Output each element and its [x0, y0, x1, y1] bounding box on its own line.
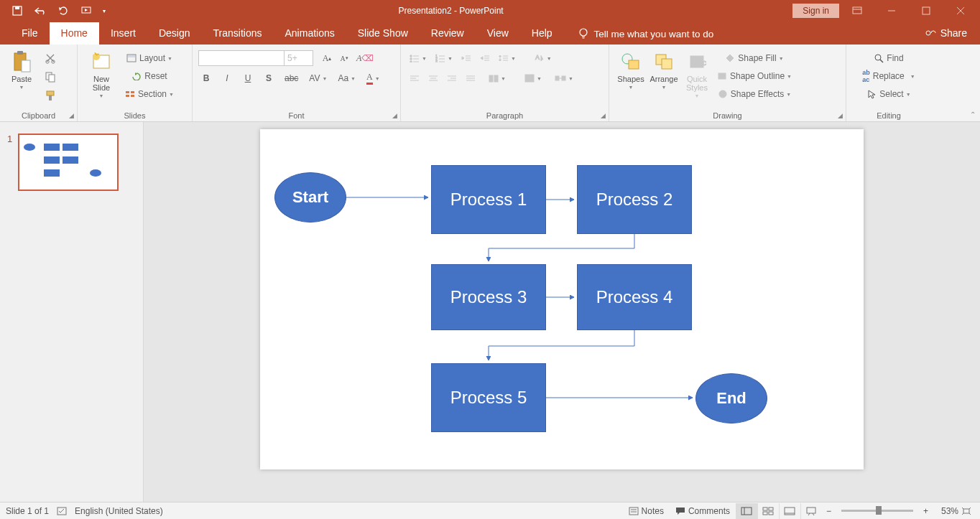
underline-button[interactable]: U: [240, 70, 256, 86]
shadow-button[interactable]: S: [261, 70, 277, 86]
reset-button[interactable]: Reset: [122, 68, 177, 84]
font-dialog-launcher[interactable]: ◢: [392, 112, 397, 119]
maximize-button[interactable]: [910, 0, 943, 22]
svg-point-79: [875, 55, 881, 60]
change-case-button[interactable]: Aa▼: [335, 70, 359, 86]
svg-point-9: [580, 29, 587, 36]
fit-to-window-button[interactable]: [958, 502, 974, 520]
slide-sorter-view-button[interactable]: [757, 503, 779, 519]
close-button[interactable]: [944, 0, 977, 22]
layout-button[interactable]: Layout▼: [122, 50, 177, 66]
char-spacing-button[interactable]: AV▼: [306, 70, 330, 86]
font-size-combo[interactable]: 5+: [285, 50, 313, 66]
arrange-button[interactable]: Arrange▼: [648, 47, 680, 90]
shape-effects-button[interactable]: Shape Effects▼: [714, 86, 795, 102]
language-status[interactable]: English (United States): [75, 506, 163, 516]
format-painter-button[interactable]: [42, 88, 59, 103]
slide-thumbnail-1[interactable]: [18, 134, 119, 191]
shape-outline-icon: [717, 72, 727, 80]
svg-text:A: A: [535, 54, 540, 61]
tab-help[interactable]: Help: [520, 22, 564, 45]
comments-button[interactable]: Comments: [670, 502, 736, 520]
tab-design[interactable]: Design: [147, 22, 202, 45]
replace-button[interactable]: abacReplace▼: [852, 68, 925, 84]
line-spacing-button[interactable]: ▼: [496, 50, 519, 66]
justify-button[interactable]: [463, 70, 479, 86]
collapse-ribbon-icon[interactable]: ⌃: [970, 111, 976, 118]
redo-button[interactable]: [53, 2, 73, 19]
minimize-button[interactable]: [875, 0, 908, 22]
shape-outline-button[interactable]: Shape Outline▼: [714, 68, 795, 84]
tab-file[interactable]: File: [10, 22, 50, 45]
drawing-dialog-launcher[interactable]: ◢: [838, 112, 843, 119]
align-center-button[interactable]: [425, 70, 441, 86]
smartart-button[interactable]: ▼: [552, 70, 576, 86]
share-button[interactable]: Share: [925, 27, 980, 45]
align-right-button[interactable]: [444, 70, 460, 86]
clear-formatting-button[interactable]: A⌫: [353, 50, 376, 66]
zoom-slider[interactable]: [841, 510, 913, 512]
new-slide-button[interactable]: New Slide ▼: [83, 47, 119, 98]
tab-animations[interactable]: Animations: [273, 22, 346, 45]
cut-button[interactable]: [42, 50, 59, 66]
zoom-out-button[interactable]: −: [822, 502, 836, 520]
copy-icon: [45, 71, 56, 83]
bullets-button[interactable]: ▼: [407, 50, 430, 66]
zoom-level[interactable]: 53%: [933, 506, 958, 516]
quick-styles-button[interactable]: Abc Quick Styles▼: [681, 47, 713, 98]
tell-me-search[interactable]: Tell me what you want to do: [564, 28, 724, 45]
shapes-button[interactable]: Shapes▼: [615, 47, 647, 90]
ribbon-display-options-icon[interactable]: [841, 0, 874, 22]
clipboard-dialog-launcher[interactable]: ◢: [69, 112, 74, 119]
numbering-button[interactable]: 123▼: [433, 50, 456, 66]
svg-rect-68: [555, 76, 559, 80]
thumbnail-pane[interactable]: 1: [0, 122, 144, 502]
paragraph-dialog-launcher[interactable]: ◢: [601, 112, 606, 119]
decrease-font-button[interactable]: A▾: [336, 50, 352, 66]
increase-indent-button[interactable]: [477, 50, 493, 66]
save-icon[interactable]: [7, 2, 27, 19]
sign-in-button[interactable]: Sign in: [792, 4, 839, 18]
font-name-combo[interactable]: [198, 50, 285, 66]
undo-button[interactable]: [30, 2, 50, 19]
select-icon: [866, 89, 877, 99]
window-title: Presentation2 - PowerPoint: [109, 6, 792, 16]
section-button[interactable]: Section▼: [122, 86, 177, 102]
tab-review[interactable]: Review: [420, 22, 476, 45]
increase-font-button[interactable]: A▴: [319, 50, 335, 66]
align-left-button[interactable]: [407, 70, 422, 86]
align-text-button[interactable]: ▼: [522, 70, 545, 86]
find-button[interactable]: Find: [852, 50, 925, 66]
tab-slideshow[interactable]: Slide Show: [346, 22, 420, 45]
columns-button[interactable]: ▼: [486, 70, 509, 86]
shape-fill-icon: [725, 54, 735, 62]
tab-home[interactable]: Home: [50, 22, 99, 45]
shape-fill-button[interactable]: Shape Fill▼: [714, 50, 795, 66]
svg-rect-25: [128, 55, 135, 57]
slideshow-view-button[interactable]: [800, 503, 822, 519]
svg-rect-89: [741, 508, 752, 515]
zoom-in-button[interactable]: +: [919, 502, 933, 520]
slide[interactable]: Start Process 1 Process 2 Process 3 Proc…: [260, 129, 864, 469]
shapes-icon: [619, 50, 642, 73]
qat-customize-icon[interactable]: ▾: [99, 2, 109, 19]
paste-button[interactable]: Paste ▼: [6, 47, 37, 90]
text-direction-button[interactable]: A▼: [532, 50, 555, 66]
select-button[interactable]: Select▼: [852, 86, 925, 102]
decrease-indent-button[interactable]: [458, 50, 474, 66]
start-from-beginning-button[interactable]: [76, 2, 96, 19]
italic-button[interactable]: I: [219, 70, 235, 86]
tab-view[interactable]: View: [476, 22, 520, 45]
reading-view-button[interactable]: [779, 503, 800, 519]
tab-transitions[interactable]: Transitions: [202, 22, 274, 45]
bold-button[interactable]: B: [198, 70, 214, 86]
strikethrough-button[interactable]: abc: [282, 70, 301, 86]
tab-insert[interactable]: Insert: [99, 22, 147, 45]
copy-button[interactable]: [42, 69, 59, 85]
slide-canvas-area[interactable]: Start Process 1 Process 2 Process 3 Proc…: [144, 122, 980, 502]
spellcheck-icon[interactable]: [56, 506, 68, 516]
font-color-button[interactable]: A▼: [364, 70, 383, 86]
normal-view-button[interactable]: [736, 503, 757, 519]
svg-rect-74: [662, 59, 672, 69]
notes-button[interactable]: Notes: [623, 502, 670, 520]
